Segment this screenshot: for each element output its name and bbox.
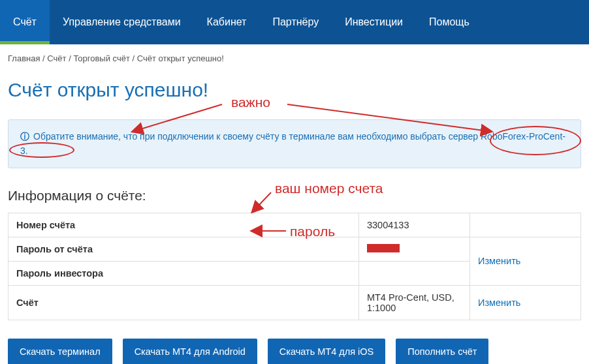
nav-item-partner[interactable]: Партнёру: [259, 0, 332, 44]
page-title: Счёт открыт успешно!: [8, 79, 581, 101]
nav-item-cabinet[interactable]: Кабинет: [194, 0, 260, 44]
nav-item-account[interactable]: Счёт: [0, 0, 50, 44]
breadcrumb-item[interactable]: Торговый счёт: [73, 53, 130, 63]
row-value: [358, 261, 470, 285]
row-action: Изменить: [470, 285, 581, 320]
table-row: Пароль от счёта Изменить: [8, 237, 581, 261]
row-label: Пароль от счёта: [8, 237, 359, 261]
row-label: Пароль инвестора: [8, 261, 359, 285]
annotation-account-number: ваш номер счета: [275, 181, 383, 196]
fund-account-button[interactable]: Пополнить счёт: [396, 339, 488, 364]
breadcrumb-item: Счёт открыт успешно!: [137, 53, 224, 63]
breadcrumb: Главная / Счёт / Торговый счёт / Счёт от…: [8, 53, 581, 63]
password-redacted: [367, 244, 400, 252]
download-mt4-android-button[interactable]: Скачать МТ4 для Android: [123, 339, 257, 364]
button-row: Скачать терминал Скачать МТ4 для Android…: [8, 339, 581, 364]
nav-item-investments[interactable]: Инвестиции: [332, 0, 416, 44]
row-action: Изменить: [470, 237, 581, 285]
top-navigation: Счёт Управление средствами Кабинет Партн…: [0, 0, 589, 44]
change-password-link[interactable]: Изменить: [478, 256, 520, 266]
row-value: 33004133: [358, 213, 470, 237]
notice-text: Обратите внимание, что при подключении к…: [20, 131, 565, 156]
row-action: [470, 213, 581, 237]
annotation-ellipse-server: [490, 126, 581, 155]
nav-item-funds[interactable]: Управление средствами: [50, 0, 194, 44]
row-label: Счёт: [8, 285, 359, 320]
annotation-password: пароль: [290, 224, 335, 239]
row-value: [358, 237, 470, 261]
annotation-important: важно: [231, 95, 270, 110]
download-terminal-button[interactable]: Скачать терминал: [8, 339, 112, 364]
annotation-ellipse-procent: [9, 142, 74, 158]
download-mt4-ios-button[interactable]: Скачать МТ4 для іOS: [268, 339, 385, 364]
info-icon: ⓘ: [20, 131, 29, 142]
change-account-link[interactable]: Изменить: [478, 297, 520, 308]
nav-item-help[interactable]: Помощь: [416, 0, 483, 44]
breadcrumb-item[interactable]: Главная: [8, 53, 40, 63]
row-value: MT4 Pro-Cent, USD, 1:1000: [358, 285, 470, 320]
table-row: Счёт MT4 Pro-Cent, USD, 1:1000 Изменить: [8, 285, 581, 320]
breadcrumb-item[interactable]: Счёт: [47, 53, 66, 63]
